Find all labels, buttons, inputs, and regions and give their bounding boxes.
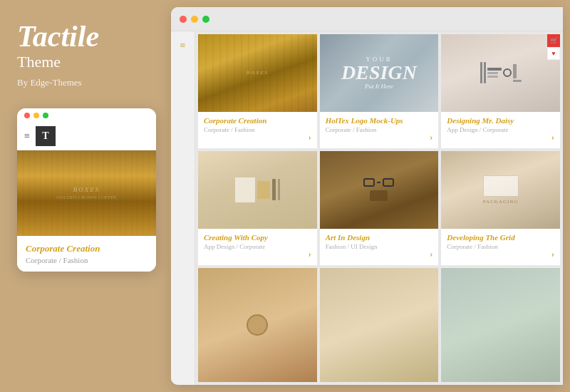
arrow-icon-4[interactable]: › — [309, 249, 311, 259]
cart-badge: 🛒 — [547, 34, 560, 47]
tool-7 — [513, 80, 522, 82]
grid-image-design: YOUR DESIGN Put It Here — [320, 34, 439, 112]
grid-image-desk — [320, 151, 439, 229]
browser-mockup: ≡ BOXES Corporate Creation Corporate / F… — [171, 7, 563, 385]
grid-title-5: Art In Design — [326, 233, 433, 242]
grid-item-holtex[interactable]: YOUR DESIGN Put It Here HolTex Logo Mock… — [320, 34, 439, 148]
boxes2-graphic: PACKAGING — [483, 175, 519, 205]
grid-item-creating[interactable]: Creating With Copy App Design / Corporat… — [198, 151, 317, 265]
grid-image-boxes2: PACKAGING — [441, 151, 560, 229]
bottom3-graphic — [441, 268, 560, 382]
mobile-dot-yellow — [33, 113, 39, 118]
mobile-dot-red — [24, 113, 30, 118]
mobile-card-info: Corporate Creation Corporate / Fashion — [17, 236, 156, 272]
grid-title-6: Developing The Grid — [447, 233, 554, 242]
brand-title: Tactile — [17, 21, 99, 51]
mobile-dot-green — [43, 113, 48, 118]
grid-item-corporate-creation[interactable]: BOXES Corporate Creation Corporate / Fas… — [198, 34, 317, 148]
glass-left — [363, 178, 375, 187]
glass-bridge — [377, 182, 380, 183]
grid-image-tools — [441, 34, 560, 112]
put-it-text: Put It Here — [341, 83, 417, 90]
wishlist-badge: ♥ — [547, 47, 560, 60]
grid-image-bottom-3 — [441, 268, 560, 382]
grid-item-bottom-2[interactable] — [320, 268, 439, 382]
design-big-text: DESIGN — [341, 63, 417, 83]
portfolio-grid: BOXES Corporate Creation Corporate / Fas… — [195, 31, 563, 385]
boxes-graphic: BOXES — [247, 70, 269, 76]
grid-info-1: Corporate Creation Corporate / Fashion — [198, 112, 317, 136]
glass-right — [383, 178, 394, 187]
tool-5 — [487, 76, 498, 78]
grid-image-boxes: BOXES — [198, 34, 317, 112]
glasses — [363, 178, 394, 187]
pen — [278, 179, 280, 200]
browser-titlebar — [171, 7, 563, 31]
browser-sidebar: ≡ — [171, 31, 195, 385]
badge-container: 🛒 ♥ — [547, 34, 560, 60]
grid-title-1: Corporate Creation — [204, 116, 311, 125]
mobile-mockup: ≡ T BOXES GOLDEN CROWN COFFEE Corporate … — [17, 108, 156, 272]
browser-dot-red — [180, 16, 187, 23]
mobile-nav: ≡ T — [17, 123, 156, 150]
tool-3 — [487, 68, 502, 71]
mobile-boxes-label: BOXES — [73, 186, 100, 193]
wood-box-graphic: BOXES GOLDEN CROWN COFFEE — [17, 150, 156, 236]
camera-body — [370, 190, 388, 201]
mobile-logo: T — [36, 126, 56, 146]
mobile-hero-image: BOXES GOLDEN CROWN COFFEE — [17, 150, 156, 236]
tool-2 — [484, 62, 486, 83]
arrow-icon-5[interactable]: › — [430, 249, 432, 259]
browser-content: ≡ BOXES Corporate Creation Corporate / F… — [171, 31, 563, 385]
bottom1-circle — [247, 314, 268, 336]
design-graphic: YOUR DESIGN Put It Here — [341, 56, 417, 90]
grid-sub-1: Corporate / Fashion — [204, 126, 311, 133]
grid-item-bottom-1[interactable] — [198, 268, 317, 382]
mobile-card-title: Corporate Creation — [26, 243, 147, 254]
grid-image-bottom-1 — [198, 268, 317, 382]
grid-sub-2: Corporate / Fashion — [326, 126, 433, 133]
paper-2 — [257, 181, 270, 199]
tool-4 — [487, 72, 498, 74]
grid-item-designing[interactable]: Designing Mr. Daisy App Design / Corpora… — [441, 34, 560, 148]
arrow-icon-3[interactable]: › — [551, 132, 554, 143]
arrow-icon-6[interactable]: › — [551, 249, 554, 259]
grid-info-5: Art In Design Fashion / UI Design — [320, 229, 439, 253]
cart-icon: 🛒 — [550, 37, 558, 44]
wishlist-icon: ♥ — [551, 50, 555, 57]
mobile-boxes-sublabel: GOLDEN CROWN COFFEE — [56, 195, 116, 200]
tools-graphic — [480, 62, 522, 83]
grid-sub-6: Corporate / Fashion — [447, 243, 554, 250]
desk-graphic — [363, 178, 394, 201]
grid-info-6: Developing The Grid Corporate / Fashion — [441, 229, 560, 253]
paper-1 — [235, 177, 255, 202]
grid-sub-4: App Design / Corporate — [204, 243, 311, 250]
bottom1-graphic — [198, 268, 317, 382]
arrow-icon-1[interactable]: › — [309, 132, 311, 143]
tool-6 — [513, 64, 517, 78]
arrow-icon-2[interactable]: › — [430, 132, 432, 143]
grid-title-2: HolTex Logo Mock-Ups — [326, 116, 433, 125]
grid-info-4: Creating With Copy App Design / Corporat… — [198, 229, 317, 253]
grid-title-3: Designing Mr. Daisy — [447, 116, 554, 125]
grid-item-bottom-3[interactable] — [441, 268, 560, 382]
box-main — [483, 175, 519, 197]
mobile-hamburger-icon: ≡ — [24, 130, 30, 142]
boxes-label: BOXES — [247, 70, 269, 76]
pencil — [272, 179, 276, 200]
brand-subtitle: Theme — [17, 53, 61, 71]
grid-image-bottom-2 — [320, 268, 439, 382]
grid-title-4: Creating With Copy — [204, 233, 311, 242]
tool-circle — [503, 68, 512, 77]
browser-dot-yellow — [191, 16, 198, 23]
grid-sub-3: App Design / Corporate — [447, 126, 554, 133]
grid-info-2: HolTex Logo Mock-Ups Corporate / Fashion — [320, 112, 439, 136]
tool-1 — [480, 62, 482, 83]
box-label-2: PACKAGING — [483, 199, 519, 205]
paper-graphic — [235, 177, 280, 202]
grid-sub-5: Fashion / UI Design — [326, 243, 433, 250]
grid-item-developing[interactable]: PACKAGING Developing The Grid Corporate … — [441, 151, 560, 265]
grid-info-3: Designing Mr. Daisy App Design / Corpora… — [441, 112, 560, 136]
grid-item-art[interactable]: Art In Design Fashion / UI Design › — [320, 151, 439, 265]
sidebar-hamburger-icon[interactable]: ≡ — [180, 40, 186, 51]
